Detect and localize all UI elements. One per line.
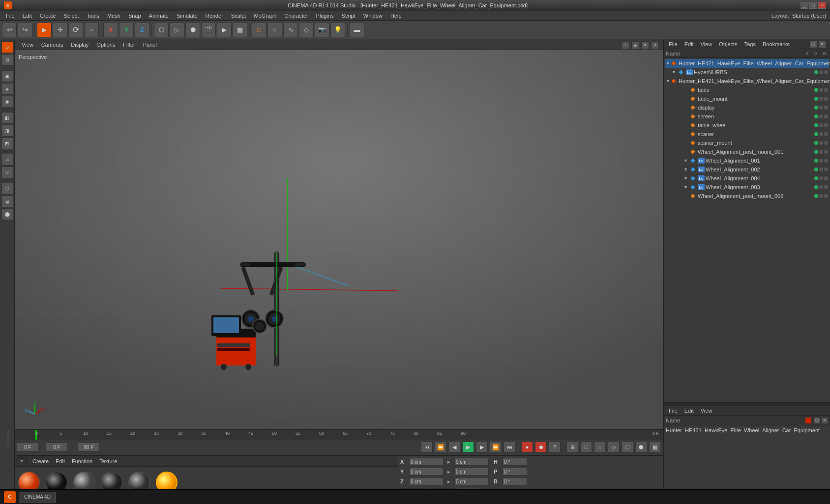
left-btn-6[interactable]: ◧ [1, 112, 13, 124]
camera-button[interactable]: 📷 [315, 23, 329, 37]
attr-menu-view[interactable]: View [698, 407, 715, 415]
spline-button[interactable]: ∿ [283, 23, 298, 37]
auto-key-button[interactable]: ⏺ [535, 442, 547, 452]
left-btn-5[interactable]: ◉ [1, 96, 13, 108]
h-rot-input[interactable] [503, 458, 527, 466]
redo-button[interactable]: ↪ [18, 23, 32, 37]
z-pos-input[interactable] [409, 477, 444, 485]
menu-plugins[interactable]: Plugins [312, 12, 338, 20]
menu-render[interactable]: Render [202, 12, 227, 20]
taskbar-c4d[interactable]: CINEMA 4D [19, 492, 56, 503]
timeline-ruler[interactable]: 0 5 10 15 20 25 30 35 40 45 50 55 60 65 [15, 430, 663, 440]
prev-frame-button[interactable]: ⏪ [435, 442, 446, 452]
rotate-tool-button[interactable]: ⟳ [68, 23, 83, 37]
tl-btn-7[interactable]: ▦ [649, 442, 661, 452]
left-btn-9[interactable]: ⊿ [1, 154, 13, 166]
left-btn-7[interactable]: ◨ [1, 125, 13, 137]
tl-btn-2[interactable]: □ [580, 442, 592, 452]
menu-sculpt[interactable]: Sculpt [227, 12, 250, 20]
attr-btn-1[interactable]: ⬡ [813, 417, 820, 424]
tree-item-Wheel_Alignment_post[interactable]: Wheel_Alignment_post_mount_002 [665, 192, 829, 200]
tree-item-Wheel_Alignment_002[interactable]: ▼LoWheel_Alignment_002 [665, 165, 829, 174]
z-size-input[interactable] [454, 477, 489, 485]
edge-mode-button[interactable]: ▷ [170, 23, 184, 37]
go-start-button[interactable]: ⏮ [421, 442, 433, 452]
left-btn-4[interactable]: ◈ [1, 83, 13, 95]
key-help-button[interactable]: ? [549, 442, 561, 452]
undo-button[interactable]: ↩ [2, 23, 17, 37]
attr-menu-edit[interactable]: Edit [682, 407, 697, 415]
x-size-input[interactable] [454, 458, 489, 466]
region-render-button[interactable]: ▦ [233, 23, 247, 37]
left-btn-1[interactable]: ⊙ [1, 41, 13, 53]
vp-menu-display[interactable]: Display [67, 41, 92, 49]
left-btn-2[interactable]: ⊞ [1, 54, 13, 66]
tl-btn-6[interactable]: ⬢ [635, 442, 647, 452]
tl-btn-1[interactable]: ⊞ [566, 442, 578, 452]
menu-snap[interactable]: Snap [124, 12, 145, 20]
vp-menu-cameras[interactable]: Cameras [37, 41, 67, 49]
menu-script[interactable]: Script [338, 12, 359, 20]
next-key-button[interactable]: ▶ [476, 442, 488, 452]
left-btn-10[interactable]: ▽ [1, 167, 13, 178]
x-pos-input[interactable] [409, 458, 444, 466]
next-frame-button[interactable]: ⏩ [490, 442, 502, 452]
render-anim-button[interactable]: 🎬 [201, 23, 216, 37]
menu-mograph[interactable]: MoGraph [250, 12, 280, 20]
tl-btn-5[interactable]: ⬡ [622, 442, 633, 452]
floor-button[interactable]: ▬ [350, 23, 364, 37]
tree-item-HyperNURBS[interactable]: ▼LoHyperNURBS [665, 68, 829, 77]
menu-edit[interactable]: Edit [19, 12, 36, 20]
cube-button[interactable]: □ [252, 23, 267, 37]
tl-btn-3[interactable]: ○ [594, 442, 606, 452]
frame-input-2[interactable] [46, 443, 68, 451]
menu-animate[interactable]: Animate [145, 12, 173, 20]
tree-item-screen[interactable]: screen [665, 112, 829, 121]
tree-item-Wheel_Alignment_003[interactable]: ▼LoWheel_Alignment_003 [665, 183, 829, 192]
tree-item-table[interactable]: table [665, 85, 829, 94]
vp-ctrl-4[interactable]: ↗ [651, 41, 659, 49]
r-menu-bookmarks[interactable]: Bookmarks [760, 40, 793, 48]
z-axis-button[interactable]: Z [135, 23, 149, 37]
mat-menu-function[interactable]: Function [69, 457, 95, 465]
tree-item-Wheel_Alignment_001[interactable]: ▼LoWheel_Alignment_001 [665, 156, 829, 165]
taskbar-app-icon[interactable]: C [4, 491, 16, 503]
menu-select[interactable]: Select [60, 12, 83, 20]
x-axis-button[interactable]: X [103, 23, 118, 37]
maximize-button[interactable]: □ [809, 2, 817, 9]
vp-menu-view[interactable]: View [18, 41, 37, 49]
object-tree[interactable]: ▼Hunter_HE421_HawkEye_Elite_Wheel_Aligne… [664, 58, 830, 402]
left-btn-12[interactable]: ◒ [1, 196, 13, 207]
y-axis-button[interactable]: Y [119, 23, 134, 37]
menu-create[interactable]: Create [36, 12, 60, 20]
r-menu-objects[interactable]: Objects [716, 40, 740, 48]
deformer-button[interactable]: ◇ [299, 23, 314, 37]
tree-item-Wheel_Alignment_post[interactable]: Wheel_Alignment_post_mount_001 [665, 147, 829, 156]
y-size-input[interactable] [454, 468, 489, 476]
close-button[interactable]: ✕ [818, 2, 826, 9]
tree-item-scaner[interactable]: scaner [665, 130, 829, 139]
current-frame-input[interactable] [17, 443, 39, 451]
minimize-button[interactable]: _ [800, 2, 808, 9]
tree-item-display[interactable]: display [665, 103, 829, 112]
end-frame-input[interactable] [78, 443, 100, 451]
tree-item-table_mount[interactable]: table_mount [665, 94, 829, 103]
vp-ctrl-3[interactable]: ≡ [641, 41, 649, 49]
mat-menu-create[interactable]: Create [30, 457, 52, 465]
left-btn-13[interactable]: ⬤ [1, 208, 13, 220]
tree-item-table_wheel[interactable]: table_wheel [665, 121, 829, 130]
menu-simulate[interactable]: Simulate [173, 12, 202, 20]
menu-tools[interactable]: Tools [83, 12, 103, 20]
menu-window[interactable]: Window [359, 12, 386, 20]
mat-menu-texture[interactable]: Texture [96, 457, 120, 465]
3d-viewport[interactable]: Perspective X Y Z [15, 50, 663, 429]
select-tool-button[interactable]: ▶ [37, 23, 52, 37]
record-button[interactable]: ● [521, 442, 533, 452]
poly-mode-button[interactable]: ⬢ [185, 23, 200, 37]
vp-ctrl-2[interactable]: ⊕ [631, 41, 639, 49]
menu-help[interactable]: Help [386, 12, 406, 20]
tree-item-scaner_mount[interactable]: scaner_mount [665, 139, 829, 147]
p-rot-input[interactable] [503, 468, 527, 476]
r-menu-tags[interactable]: Tags [741, 40, 759, 48]
tree-item-Hunter_HE421_HawkEye[interactable]: ▼Hunter_HE421_HawkEye_Elite_Wheel_Aligne… [665, 59, 829, 68]
